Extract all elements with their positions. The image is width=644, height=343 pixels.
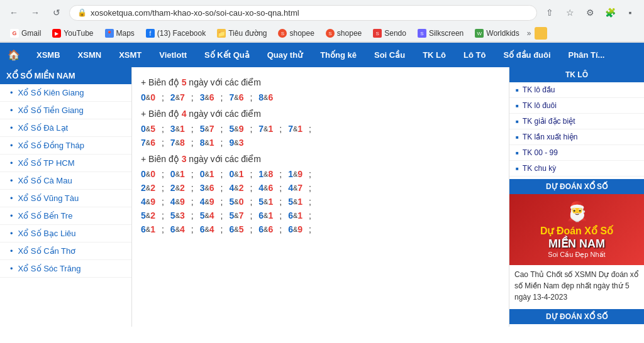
home-button[interactable]: 🏠 (0, 43, 28, 67)
main-nav: 🏠 XSMB XSMN XSMT Vietlott Số Kết Quả Qua… (0, 43, 644, 67)
bookmark-facebook[interactable]: f (13) Facebook (141, 27, 211, 40)
pair-3-6-1b: 6&1 (288, 210, 303, 220)
section-header-4: + Biên độ 4 ngày với các điểm (141, 109, 500, 119)
tk-giai-dac-biet[interactable]: TK giải đặc biệt (509, 114, 644, 129)
maps-icon: 📍 (105, 29, 114, 38)
address-text: xosoketqua.com/tham-khao-xo-so/soi-cau-x… (91, 8, 529, 18)
promo-text: Cao Thủ Chốt số XSMN Dự đoán xổ số Miền … (509, 265, 644, 307)
sendo-icon: S (373, 29, 382, 38)
nav-soi-cau[interactable]: Soi Cầu (365, 44, 414, 66)
profile-button[interactable]: ▪ (621, 4, 639, 21)
pair-3-0-1c: 0&1 (229, 169, 243, 179)
bookmark-silkscreen[interactable]: S Silkscreen (413, 27, 469, 40)
tk-lo-dau[interactable]: TK lô đầu (509, 82, 644, 98)
nav-phan-tich[interactable]: Phân Tí... (560, 44, 614, 66)
sidebar-item-ca-mau[interactable]: Xổ Số Cà Mau (0, 172, 131, 190)
pair-2-7: 2&7 (170, 92, 185, 102)
more-bookmarks-button[interactable]: » (527, 29, 531, 38)
tk-00-99[interactable]: TK 00 - 99 (509, 145, 644, 161)
tk-lo-duoi[interactable]: TK lô đuôi (509, 98, 644, 114)
pair-3-5-0: 5&0 (229, 197, 243, 207)
bookmark-shopee2[interactable]: S shopee (321, 27, 367, 40)
bookmarks-bar: G Gmail ▶ YouTube 📍 Maps f (13) Facebook… (0, 25, 644, 42)
shopee-icon-1: S (278, 29, 287, 38)
nav-quay-thu[interactable]: Quay thử (258, 44, 311, 66)
bookmark-worldkids-label: Worldkids (486, 29, 519, 38)
number-row-3-3: 4&9 ; 4&9 ; 4&9 ; 5&0 ; 5&1 ; 5&1 ; (141, 197, 500, 207)
nav-tk-lo[interactable]: TK Lô (414, 44, 455, 66)
sidebar-section-header: XỔ SỐ MIỀN NAM (0, 67, 131, 84)
tk-lan-xuat-hien[interactable]: TK lần xuất hiện (509, 129, 644, 145)
gmail-icon: G (10, 29, 19, 38)
bookmark-tieu-duong[interactable]: 📁 Tiêu đường (212, 27, 272, 40)
sidebar-item-da-lat[interactable]: Xổ Số Đà Lạt (0, 119, 131, 137)
sidebar-item-kien-giang[interactable]: Xổ Số Kiên Giang (0, 84, 131, 102)
sidebar-item-tp-hcm[interactable]: Xổ Số TP HCM (0, 155, 131, 172)
settings-button[interactable]: ⚙ (581, 4, 599, 21)
nav-xsmb[interactable]: XSMB (28, 44, 69, 66)
back-button[interactable]: ← (5, 4, 23, 21)
promo-banner[interactable]: 🎅 Dự Đoán Xổ Số MIỀN NAM Soi Cầu Đẹp Nhấ… (509, 194, 644, 265)
pair-8-6: 8&6 (258, 92, 273, 102)
tk-lo-header: TK LÔ (509, 67, 644, 82)
nav-vietlott[interactable]: Vietlott (150, 44, 196, 66)
pair-7-1a: 7&1 (258, 124, 273, 134)
bookmark-gmail-label: Gmail (21, 29, 41, 38)
bookmark-shopee1-label: shopee (289, 29, 314, 38)
sidebar-item-ben-tre[interactable]: Xổ Số Bến Tre (0, 207, 131, 225)
youtube-icon: ▶ (52, 29, 61, 38)
left-sidebar: XỔ SỐ MIỀN NAM Xổ Số Kiên Giang Xổ Số Ti… (0, 67, 132, 327)
pair-3-4-7: 4&7 (288, 183, 303, 193)
address-bar[interactable]: 🔒 xosoketqua.com/tham-khao-xo-so/soi-cau… (69, 5, 537, 21)
nav-thong-ke[interactable]: Thống kê (311, 44, 365, 66)
bookmark-worldkids[interactable]: W Worldkids (470, 27, 524, 40)
pair-0-5: 0&5 (141, 124, 155, 134)
bookmark-button[interactable]: ☆ (561, 4, 579, 21)
pair-7-1b: 7&1 (288, 124, 303, 134)
bookmark-maps-label: Maps (116, 29, 135, 38)
number-row-3-4: 5&2 ; 5&3 ; 5&4 ; 5&7 ; 6&1 ; 6&1 ; (141, 210, 500, 220)
bookmark-gmail[interactable]: G Gmail (5, 27, 46, 40)
nav-so-ket-qua[interactable]: Số Kết Quả (196, 44, 258, 66)
sidebar-item-dong-thap[interactable]: Xổ Số Đồng Tháp (0, 137, 131, 155)
nav-xsmn[interactable]: XSMN (69, 44, 111, 66)
nav-lo-to[interactable]: Lô Tô (455, 44, 494, 66)
lock-icon: 🔒 (77, 8, 87, 17)
pair-3-6-5: 6&5 (229, 224, 243, 234)
tk-chu-ky[interactable]: TK chu kỳ (509, 161, 644, 177)
sidebar-item-can-tho[interactable]: Xổ Số Cần Thơ (0, 242, 131, 260)
folder-icon-extra (535, 27, 547, 40)
section-header-3: + Biên độ 3 ngày với các điểm (141, 154, 500, 164)
sidebar-item-soc-trang[interactable]: Xổ Số Sóc Trăng (0, 260, 131, 278)
forward-button[interactable]: → (26, 4, 44, 21)
nav-so-dau-duoi[interactable]: Số đầu đuôi (494, 44, 559, 66)
bookmark-youtube-label: YouTube (64, 29, 93, 38)
pair-7-6: 7&6 (229, 92, 243, 102)
promo-section: DỰ ĐOÁN XỔ SỐ 🎅 Dự Đoán Xổ Số MIỀN NAM S… (509, 179, 644, 307)
facebook-icon: f (146, 29, 155, 38)
bookmark-youtube[interactable]: ▶ YouTube (47, 27, 98, 40)
number-row-3-1: 0&0 ; 0&1 ; 0&1 ; 0&1 ; 1&8 ; 1&9 ; (141, 169, 500, 179)
pair-3-4-9b: 4&9 (170, 197, 185, 207)
reload-button[interactable]: ↺ (48, 4, 65, 21)
share-button[interactable]: ⇧ (541, 4, 558, 21)
promo-slogan: Soi Cầu Đẹp Nhất (516, 251, 638, 259)
bookmark-sendo[interactable]: S Sendo (368, 27, 411, 40)
pair-3-6-4b: 6&4 (200, 224, 214, 234)
nav-xsmt[interactable]: XSMT (110, 44, 150, 66)
sidebar-item-tien-giang[interactable]: Xổ Số Tiền Giang (0, 102, 131, 119)
number-row-5-1: 0&0 ; 2&7 ; 3&6 ; 7&6 ; 8&6 (141, 92, 500, 102)
bookmark-maps[interactable]: 📍 Maps (100, 27, 140, 40)
number-row-4-2: 7&6 ; 7&8 ; 8&1 ; 9&3 (141, 138, 500, 148)
bookmark-shopee1[interactable]: S shopee (273, 27, 319, 40)
promo-region: MIỀN NAM (516, 237, 638, 251)
tk-lo-section: TK LÔ TK lô đầu TK lô đuôi TK giải đặc b… (509, 67, 644, 177)
pair-8-1: 8&1 (200, 138, 214, 148)
sidebar-item-bac-lieu[interactable]: Xổ Số Bạc Liêu (0, 225, 131, 242)
sidebar-item-vung-tau[interactable]: Xổ Số Vũng Tàu (0, 190, 131, 207)
bookmark-tieu-duong-label: Tiêu đường (228, 29, 267, 38)
pair-3-6-1c: 6&1 (141, 224, 155, 234)
pair-3-6-1a: 6&1 (258, 210, 273, 220)
shopee-icon-2: S (326, 29, 335, 38)
extensions-button[interactable]: 🧩 (601, 4, 619, 21)
